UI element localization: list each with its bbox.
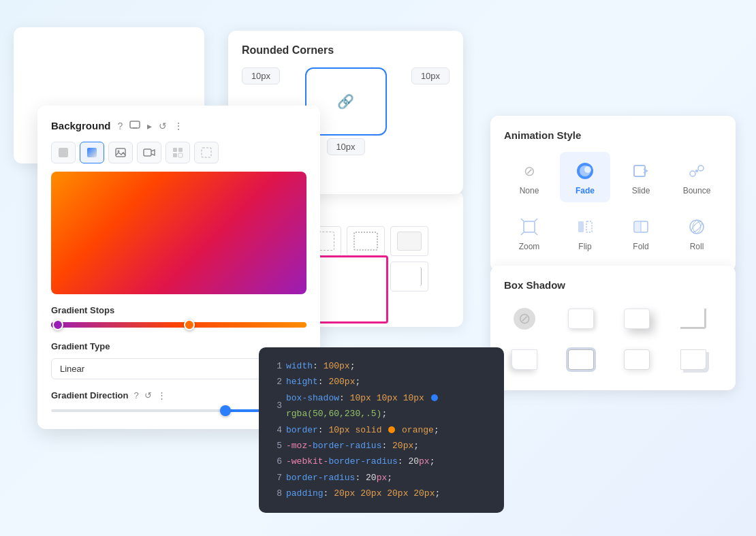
fill-gradient-btn[interactable] xyxy=(80,142,104,163)
anim-slide[interactable]: Slide xyxy=(616,152,666,202)
anim-fade[interactable]: Fade xyxy=(560,152,610,202)
animation-grid: ⊘ None Fade Slide xyxy=(504,152,722,258)
code-line-2: 2 height: 200px; xyxy=(271,374,492,390)
anim-fade-label: Fade xyxy=(576,186,595,195)
shadow-s4[interactable] xyxy=(504,343,545,377)
shadow-s3[interactable] xyxy=(673,302,714,336)
box-shadow-title: Box Shadow xyxy=(504,279,722,291)
gradient-dir-label: Gradient Direction xyxy=(51,390,128,400)
svg-rect-22 xyxy=(87,148,97,157)
anim-slide-icon xyxy=(629,159,653,183)
shadow-s1[interactable] xyxy=(561,302,601,336)
shadow-s6-preview xyxy=(624,349,650,370)
border-opt-4[interactable] xyxy=(390,226,428,256)
pointer-icon[interactable]: ▸ xyxy=(147,121,152,131)
shadow-grid: ⊘ xyxy=(504,302,722,377)
anim-flip[interactable]: Flip xyxy=(560,208,610,258)
code-tooltip: 1 width: 100px; 2 height: 200px; 3 box-s… xyxy=(259,347,504,513)
code-content-7: border-radius: 20px; xyxy=(286,470,392,486)
anim-flip-icon xyxy=(573,215,597,239)
shadow-s6[interactable] xyxy=(616,343,657,377)
code-content-3: box-shadow: 10px 10px 10px rgba(50,60,23… xyxy=(286,390,492,422)
fill-video-btn[interactable] xyxy=(137,142,161,163)
anim-roll[interactable]: Roll xyxy=(672,208,722,258)
shadow-s7[interactable] xyxy=(673,343,714,377)
undo-icon[interactable]: ↺ xyxy=(159,121,167,131)
device-icon xyxy=(129,119,140,132)
gradient-stop-orange[interactable] xyxy=(184,319,195,330)
line-num-5: 5 xyxy=(271,438,282,454)
fill-pattern-btn[interactable] xyxy=(166,142,190,163)
svg-rect-27 xyxy=(178,148,183,152)
anim-bounce-icon xyxy=(684,159,709,183)
fill-none-btn[interactable] xyxy=(194,142,219,163)
anim-slide-label: Slide xyxy=(632,186,650,195)
anim-roll-label: Roll xyxy=(690,242,704,251)
menu-icon[interactable]: ⋮ xyxy=(174,121,183,131)
border-opt-8[interactable] xyxy=(390,262,428,291)
dir-undo-icon[interactable]: ↺ xyxy=(144,390,152,400)
svg-point-5 xyxy=(698,165,704,171)
corner-bottom[interactable]: 10px xyxy=(327,138,365,155)
anim-none[interactable]: ⊘ None xyxy=(504,152,554,202)
code-line-7: 7 border-radius: 20px; xyxy=(271,470,492,486)
svg-rect-7 xyxy=(524,221,535,232)
svg-point-24 xyxy=(118,151,120,153)
dir-menu-icon[interactable]: ⋮ xyxy=(157,390,166,400)
gradient-stop-purple[interactable] xyxy=(52,319,63,330)
svg-rect-13 xyxy=(586,221,592,232)
shadow-s2[interactable] xyxy=(616,302,657,336)
shadow-s1-preview xyxy=(568,309,594,329)
anim-bounce[interactable]: Bounce xyxy=(672,152,722,202)
svg-point-6 xyxy=(695,170,698,172)
line-num-7: 7 xyxy=(271,470,282,486)
code-line-5: 5 -moz-border-radius: 20px; xyxy=(271,438,492,454)
panel-header: Background ? ▸ ↺ ⋮ xyxy=(51,119,306,132)
toolbar-icons xyxy=(51,142,306,163)
code-line-1: 1 width: 100px; xyxy=(271,358,492,374)
shadow-s5[interactable] xyxy=(561,343,601,377)
fill-image-btn[interactable] xyxy=(108,142,133,163)
line-num-6: 6 xyxy=(271,454,282,469)
svg-rect-30 xyxy=(202,148,211,157)
svg-point-4 xyxy=(690,171,695,176)
shadow-s7-preview xyxy=(680,349,706,370)
shadow-s4-preview xyxy=(511,349,537,370)
help-icon[interactable]: ? xyxy=(118,121,123,131)
line-num-1: 1 xyxy=(271,358,282,374)
border-opt-3-inner xyxy=(353,232,378,251)
box-shadow-panel: Box Shadow ⊘ xyxy=(490,266,736,390)
dir-slider[interactable] xyxy=(51,409,269,412)
anim-fold-icon xyxy=(629,215,653,239)
border-opt-4-inner xyxy=(397,232,422,251)
dir-help-icon[interactable]: ? xyxy=(133,390,138,400)
svg-rect-21 xyxy=(59,148,68,157)
svg-rect-28 xyxy=(173,153,177,157)
svg-rect-3 xyxy=(634,165,645,176)
line-num-4: 4 xyxy=(271,422,282,438)
code-content-8: padding: 20px 20px 20px 20px; xyxy=(286,486,440,501)
code-content-4: border: 10px solid orange; xyxy=(286,422,439,438)
corner-top-left[interactable]: 10px xyxy=(242,67,280,84)
svg-line-9 xyxy=(535,219,537,221)
corner-top-right[interactable]: 10px xyxy=(411,67,450,84)
fill-solid-btn[interactable] xyxy=(51,142,76,163)
code-line-8: 8 padding: 20px 20px 20px 20px; xyxy=(271,486,492,501)
shadow-none-preview: ⊘ xyxy=(514,308,535,330)
shadow-none[interactable]: ⊘ xyxy=(504,302,545,336)
border-opt-8-inner xyxy=(397,267,422,286)
anim-zoom[interactable]: Zoom xyxy=(504,208,554,258)
border-opt-3[interactable] xyxy=(347,226,385,256)
gradient-stops-track[interactable] xyxy=(51,322,306,328)
svg-rect-19 xyxy=(130,121,140,128)
anim-roll-icon xyxy=(684,215,709,239)
code-line-3: 3 box-shadow: 10px 10px 10px rgba(50,60,… xyxy=(271,390,492,422)
rounded-corners-title: Rounded Corners xyxy=(242,44,450,57)
svg-line-8 xyxy=(521,219,524,221)
code-line-4: 4 border: 10px solid orange; xyxy=(271,422,492,438)
anim-flip-label: Flip xyxy=(578,242,591,251)
anim-fold[interactable]: Fold xyxy=(616,208,666,258)
dir-thumb[interactable] xyxy=(220,405,231,416)
gradient-type-value: Linear xyxy=(60,364,84,374)
svg-rect-12 xyxy=(578,221,584,232)
